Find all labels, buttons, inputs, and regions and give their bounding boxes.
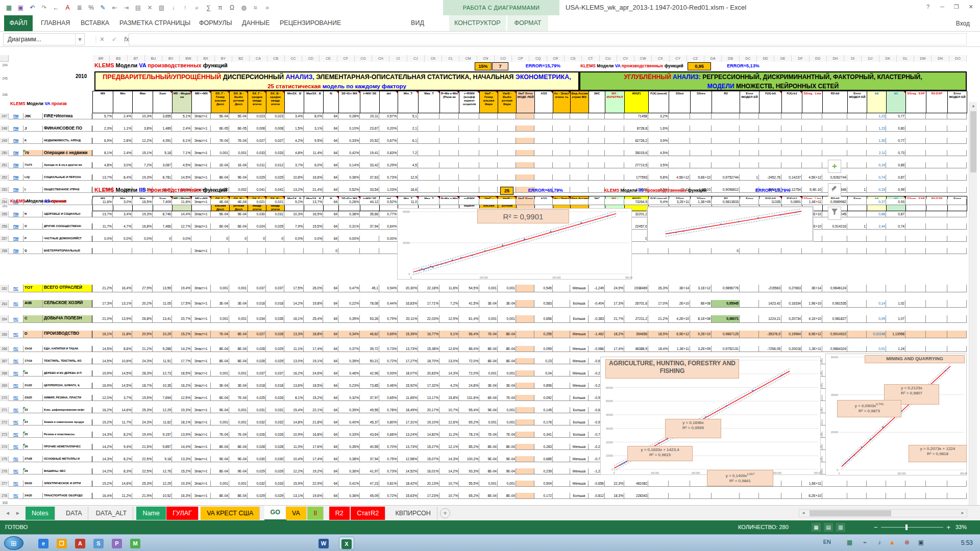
cell[interactable]: 9E-04 <box>229 174 248 181</box>
cell[interactable] <box>516 481 534 487</box>
cell[interactable] <box>516 468 534 474</box>
row-code[interactable]: C <box>23 315 43 323</box>
cell[interactable]: 8,746 <box>153 211 172 217</box>
column-header[interactable]: R=Ma x-Min (Разм ах <box>440 91 459 113</box>
help-icon[interactable]: ? <box>921 1 935 12</box>
cell[interactable]: 64 <box>323 383 338 389</box>
cell[interactable]: 4,1E+10 <box>802 315 822 323</box>
cell[interactable]: Эласт>1 <box>191 346 211 352</box>
cell[interactable]: 13,73% <box>398 444 418 450</box>
cell[interactable]: 0,037 <box>266 370 284 377</box>
cell[interactable]: 21,8% <box>304 419 323 425</box>
column-letter[interactable]: DL <box>897 55 914 62</box>
cell[interactable]: 17,23% <box>418 493 439 499</box>
cell[interactable]: 16,01% <box>418 468 439 474</box>
cell[interactable]: 37,94 <box>360 223 379 230</box>
cell[interactable] <box>847 126 867 132</box>
column-header[interactable]: MaxSX_ B <box>304 91 324 113</box>
cell[interactable]: 21,5% <box>132 444 153 450</box>
row-number[interactable]: 271 <box>0 407 9 413</box>
cell[interactable] <box>867 285 886 292</box>
row-code[interactable]: 25 <box>23 432 43 438</box>
cell[interactable]: 17,32% <box>418 383 439 389</box>
cell[interactable]: 2,4% <box>113 150 132 156</box>
cell[interactable] <box>648 481 669 487</box>
cell[interactable]: 19,6% <box>304 493 323 499</box>
cell[interactable]: 0,9864324 <box>822 346 847 352</box>
cell[interactable] <box>847 174 867 181</box>
cell[interactable] <box>479 113 498 119</box>
cell[interactable]: 22,03% <box>418 315 439 323</box>
column-letter[interactable]: CW <box>634 55 652 62</box>
cell[interactable]: 16,83% <box>398 300 418 308</box>
row-label[interactable]: ДОБЫЧА ПОЛЕЗН <box>43 315 92 323</box>
cell[interactable] <box>886 481 905 487</box>
cell[interactable]: Эласт>1 <box>191 432 211 438</box>
ribbon-tab-формулы[interactable]: ФОРМУЛЫ <box>194 15 237 31</box>
cell[interactable]: 1,6% <box>648 126 669 132</box>
cell[interactable]: 0,0% <box>113 236 132 242</box>
cell[interactable]: 3,1% <box>304 126 323 132</box>
row-number[interactable]: 308 <box>0 501 9 505</box>
cell[interactable]: 3,2% <box>648 113 669 119</box>
cell[interactable]: 10,7% <box>439 481 459 487</box>
cell[interactable] <box>498 162 516 168</box>
cell[interactable]: 4,2% <box>284 138 304 144</box>
cell[interactable]: 0,001 <box>229 407 248 413</box>
column-header[interactable]: DX_В - Выбо рочная Дисп <box>230 91 248 113</box>
cell[interactable]: 17,27% <box>398 358 418 364</box>
cell[interactable] <box>553 346 570 352</box>
sheet-tab-VA КРЕСТ США[interactable]: VA КРЕСТ США <box>201 507 260 520</box>
cell[interactable]: 0,028 <box>266 444 284 450</box>
cell[interactable] <box>822 150 847 156</box>
cell[interactable] <box>740 300 759 308</box>
cell[interactable]: 27211,2 <box>624 315 648 323</box>
cell[interactable]: -0,656 <box>589 481 605 487</box>
cell[interactable]: 33,54 <box>360 187 379 193</box>
row-code[interactable]: 24 <box>23 419 43 425</box>
cell[interactable]: 22,5% <box>132 456 153 462</box>
cell[interactable]: 19,3% <box>172 407 191 413</box>
cell[interactable]: 0,81% <box>379 481 398 487</box>
cell[interactable]: Меньша <box>570 481 589 487</box>
cell[interactable]: 131,6% <box>459 395 479 401</box>
cell[interactable]: 0 <box>323 248 338 254</box>
cell[interactable] <box>498 113 516 119</box>
name-box-dropdown-icon[interactable]: ▾ <box>75 34 84 45</box>
cell[interactable]: 39,72 <box>360 346 379 352</box>
cell[interactable] <box>926 346 947 352</box>
row-link[interactable]: ПМ <box>9 126 23 132</box>
cell[interactable]: 0,74 <box>867 174 886 181</box>
cell[interactable] <box>605 162 624 168</box>
cell[interactable]: 0,33% <box>338 138 360 144</box>
column-header[interactable]: ЭКС <box>589 91 605 113</box>
cell[interactable]: 3,4% <box>284 113 304 119</box>
cell[interactable]: 0,504 <box>534 481 553 487</box>
cell[interactable]: 0,93 <box>886 199 905 205</box>
cell[interactable] <box>304 248 323 254</box>
cell[interactable]: 0,14 <box>867 300 886 308</box>
cell[interactable]: 14,2% <box>172 346 191 352</box>
row-number[interactable]: 246 <box>0 93 9 96</box>
cell[interactable]: 14,5% <box>113 370 132 377</box>
cell[interactable]: 0 <box>229 236 248 242</box>
cell[interactable]: 8E+08 <box>690 300 712 308</box>
cell[interactable] <box>418 162 439 168</box>
row-label[interactable]: Кокс, рафинированная нефт <box>43 407 92 413</box>
cell[interactable] <box>905 346 926 352</box>
cell[interactable] <box>886 285 905 292</box>
cell[interactable]: 16,77% <box>418 331 439 338</box>
cell[interactable] <box>740 150 759 156</box>
cell[interactable]: 0,583 <box>534 300 553 308</box>
cell[interactable] <box>439 162 459 168</box>
cell[interactable] <box>926 113 947 119</box>
chart-title[interactable]: MINING AND QUARRYING <box>865 355 965 363</box>
cell[interactable]: 17,0% <box>648 300 669 308</box>
cell[interactable]: 0,94% <box>379 285 398 292</box>
horizontal-scrollbar[interactable]: ◄ ► <box>799 509 967 517</box>
cell[interactable] <box>498 199 516 205</box>
cell[interactable]: 17,4% <box>304 456 323 462</box>
cell[interactable]: 14,6% <box>113 481 132 487</box>
cell[interactable]: 3,2E+11 <box>669 199 690 205</box>
cell[interactable]: 13,1% <box>284 493 304 499</box>
